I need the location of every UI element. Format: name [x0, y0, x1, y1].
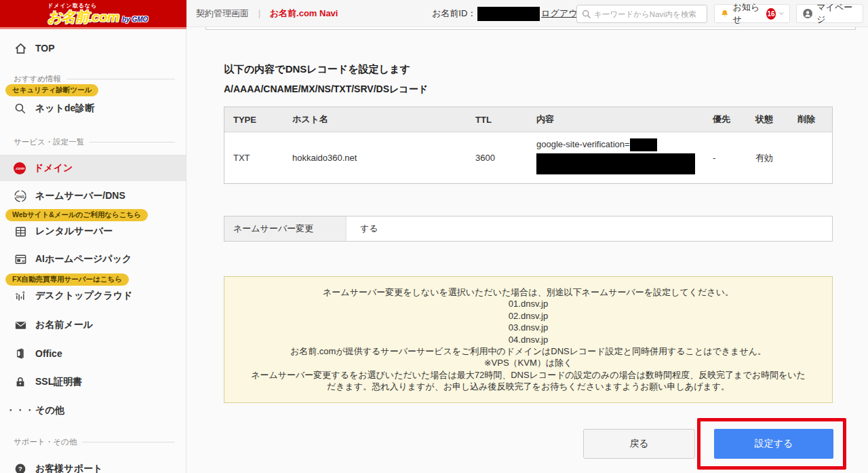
section-label: おすすめ情報: [14, 74, 61, 84]
sidebar-item-label: お客様サポート: [35, 463, 102, 473]
record-ttl: 3600: [475, 132, 536, 183]
web-mail-badge[interactable]: Webサイト&メールのご利用ならこちら: [5, 209, 148, 221]
search-input[interactable]: [594, 10, 696, 18]
sidebar-item-label: お名前メール: [35, 319, 93, 331]
breadcrumb: 契約管理画面 ｜ お名前.com Navi: [196, 0, 338, 27]
dns-record-row: TXT hokkaido360.net 3600 google-site-ver…: [224, 132, 832, 183]
domain-com-icon: .com: [14, 162, 26, 174]
record-content-prefix: google-site-verification=: [536, 139, 630, 149]
mypage-button[interactable]: マイページ: [796, 4, 863, 23]
notifications-button[interactable]: お知らせ 16: [714, 4, 790, 23]
chevron-down-icon: [779, 12, 784, 16]
notice-nameserver-4: 04.dnsv.jp: [250, 334, 806, 345]
dns-icon: DNS: [14, 189, 27, 203]
promo-badge-label: セキュリティ診断ツール: [12, 86, 92, 95]
main-content: 以下の内容でDNSレコードを設定します A/AAAA/CNAME/MX/NS/T…: [187, 27, 868, 473]
back-button[interactable]: 戻る: [583, 429, 695, 459]
svg-text:DNS: DNS: [16, 195, 24, 199]
sidebar-item-domain[interactable]: .com ドメイン: [0, 155, 186, 181]
help-icon: ?: [14, 462, 27, 473]
col-type: TYPE: [233, 107, 292, 132]
notice-line: ネームサーバー変更するをお選びいただいた場合は最大72時間、DNSレコードの設定…: [250, 369, 806, 393]
sidebar-section-services: サービス・設定一覧: [14, 135, 175, 149]
section-label: サービス・設定一覧: [14, 137, 84, 147]
sidebar-section-recommended: おすすめ情報: [14, 72, 175, 86]
page-title: 以下の内容でDNSレコードを設定します: [224, 63, 410, 76]
sidebar-item-label: デスクトップクラウド: [35, 290, 132, 302]
svg-text:AI: AI: [21, 260, 24, 263]
sidebar-item-label: その他: [35, 404, 64, 417]
dns-table-header: TYPE ホスト名 TTL 内容 優先 状態 削除: [224, 107, 832, 132]
notice-line: ネームサーバー変更をしないを選択いただいた場合は、別途以下ネームサーバーを設定し…: [250, 286, 806, 298]
sidebar-section-support: サポート・その他: [14, 435, 175, 449]
nameserver-change-row: ネームサーバー変更 する: [224, 216, 833, 242]
security-tool-badge[interactable]: セキュリティ診断ツール: [5, 84, 98, 96]
nameserver-change-value: する: [347, 216, 378, 241]
promo-badge-label: Webサイト&メールのご利用ならこちら: [12, 210, 141, 220]
sidebar-item-top[interactable]: TOP: [14, 40, 180, 56]
record-host: hokkaido360.net: [292, 132, 475, 183]
sidebar-item-label: SSL証明書: [35, 376, 82, 388]
home-icon: [14, 41, 27, 55]
record-content-cell: google-site-verification=: [536, 132, 713, 183]
col-hostname: ホスト名: [292, 107, 475, 132]
sidebar-item-label: TOP: [35, 43, 55, 54]
fx-server-badge[interactable]: FX自動売買専用サーバーはこちら: [5, 273, 129, 286]
sidebar-item-ssl-certificate[interactable]: SSL証明書: [14, 374, 180, 390]
col-priority: 優先: [713, 107, 755, 132]
notifications-label: お知らせ: [732, 1, 763, 26]
mail-icon: [14, 318, 27, 332]
dns-record-table: TYPE ホスト名 TTL 内容 優先 状態 削除 TXT hokkaido36…: [224, 107, 833, 184]
rental-server-icon: [14, 225, 27, 238]
record-type: TXT: [233, 132, 292, 183]
person-icon: [802, 7, 813, 20]
col-delete: 削除: [797, 107, 832, 132]
notice-line: ※VPS（KVM）は除く: [250, 357, 806, 368]
sidebar-item-label: ネームサーバー/DNS: [35, 190, 125, 202]
breadcrumb-contract-screen[interactable]: 契約管理画面: [196, 7, 249, 20]
mypage-label: マイページ: [816, 1, 857, 26]
search-icon: [14, 102, 27, 115]
submit-button[interactable]: 設定する: [714, 429, 833, 459]
record-priority: -: [713, 132, 755, 183]
notice-nameserver-3: 03.dnsv.jp: [250, 322, 806, 333]
office-icon: [14, 347, 27, 360]
sidebar-nav: TOP おすすめ情報 セキュリティ診断ツール ネットde診断 サービス・設定一覧…: [0, 29, 186, 473]
col-content: 内容: [536, 107, 713, 132]
onamae-logo[interactable]: ドメイン取るなら お名前.com by GMO: [0, 0, 186, 27]
sidebar-item-others[interactable]: ・・・ その他: [14, 402, 180, 419]
sidebar-item-onamae-mail[interactable]: お名前メール: [14, 317, 180, 333]
logo-brand-text: お名前.com: [47, 9, 119, 24]
nameserver-change-label: ネームサーバー変更: [224, 216, 347, 241]
col-ttl: TTL: [475, 107, 536, 132]
desktop-cloud-icon: [14, 289, 27, 303]
notifications-count-badge: 16: [766, 8, 776, 20]
notice-line: お名前.comが提供するサーバーサービスをご利用中のドメインはDNSレコード設定…: [250, 345, 806, 357]
sidebar-item-nameserver-dns[interactable]: DNS ネームサーバー/DNS: [14, 188, 180, 204]
notice-box: ネームサーバー変更をしないを選択いただいた場合は、別途以下ネームサーバーを設定し…: [224, 276, 833, 403]
record-status: 有効: [755, 132, 797, 183]
sidebar-item-rental-server[interactable]: レンタルサーバー: [14, 223, 180, 240]
redacted-verification-token: [630, 138, 657, 151]
sidebar-item-office[interactable]: Office: [14, 345, 180, 362]
redacted-account-id: [477, 7, 540, 21]
svg-text:?: ?: [18, 465, 22, 472]
account-id-label: お名前ID：: [432, 7, 476, 20]
record-types-subtitle: A/AAAA/CNAME/MX/NS/TXT/SRV/DSレコード: [224, 83, 428, 96]
sidebar-item-ai-homepage[interactable]: AI AIホームページパック: [14, 251, 180, 267]
ai-homepage-icon: AI: [14, 252, 27, 266]
navi-search-box: [576, 5, 707, 23]
section-label: サポート・その他: [14, 437, 77, 447]
sidebar-item-desktop-cloud[interactable]: デスクトップクラウド: [14, 288, 180, 304]
scrolled-box-remnant: [205, 27, 856, 30]
sidebar-item-customer-support[interactable]: ? お客様サポート: [14, 461, 180, 473]
redacted-record-value: [536, 153, 695, 174]
col-status: 状態: [755, 107, 797, 132]
sidebar-item-net-de-shindan[interactable]: ネットde診断: [14, 100, 180, 117]
promo-badge-label: FX自動売買専用サーバーはこちら: [12, 275, 122, 284]
bell-icon: [720, 8, 729, 19]
breadcrumb-navi[interactable]: お名前.com Navi: [270, 7, 338, 20]
sidebar-item-label: AIホームページパック: [35, 253, 132, 265]
ssl-lock-icon: [14, 375, 27, 389]
sidebar-item-label: Office: [35, 348, 62, 359]
